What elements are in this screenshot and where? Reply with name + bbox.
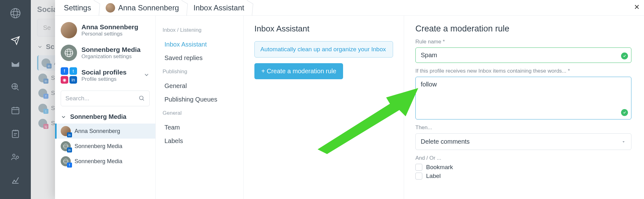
account-name: Social profiles bbox=[81, 69, 127, 76]
breadcrumb: Settings Anna Sonnenberg Inbox Assistant… bbox=[55, 0, 644, 16]
svg-point-6 bbox=[13, 154, 15, 157]
avatar: in bbox=[61, 141, 71, 151]
inbox-assistant-panel: Inbox Assistant Automatically clean up a… bbox=[244, 16, 404, 199]
andor-label: And / Or ... bbox=[415, 155, 631, 161]
then-label: Then... bbox=[415, 124, 631, 131]
profile-item[interactable]: in Sonnenberg Media bbox=[55, 139, 155, 154]
svg-point-15 bbox=[64, 160, 68, 162]
svg-point-1 bbox=[11, 11, 20, 15]
svg-point-2 bbox=[14, 8, 17, 18]
team-icon[interactable] bbox=[10, 152, 21, 162]
svg-point-10 bbox=[67, 49, 70, 57]
words-input[interactable] bbox=[416, 77, 631, 118]
org-logo-icon bbox=[61, 45, 77, 61]
profile-item[interactable]: in Anna Sonnenberg bbox=[55, 124, 155, 139]
nav-section-label: Publishing bbox=[163, 69, 236, 75]
profile-label: Sonnenberg Media bbox=[75, 143, 122, 150]
rule-name-input[interactable] bbox=[416, 48, 631, 63]
profile-label: Sonnenberg Media bbox=[75, 158, 122, 165]
svg-point-9 bbox=[65, 51, 73, 54]
crumb-section[interactable]: Inbox Assistant bbox=[190, 0, 253, 15]
info-banner[interactable]: Automatically clean up and organize your… bbox=[254, 41, 393, 58]
nav-team[interactable]: Team bbox=[163, 121, 236, 134]
social-profiles-row[interactable]: f t ◉ in Social profiles Profile setting… bbox=[55, 64, 155, 87]
words-field-wrap bbox=[415, 77, 631, 119]
close-icon[interactable]: ✕ bbox=[634, 3, 640, 11]
rule-name-field-wrap bbox=[415, 47, 631, 63]
avatar bbox=[61, 22, 77, 38]
profile-label: Anna Sonnenberg bbox=[75, 128, 120, 135]
account-name: Anna Sonnenberg bbox=[81, 23, 138, 31]
account-sub: Profile settings bbox=[81, 76, 127, 82]
bookmark-option[interactable]: Bookmark bbox=[415, 164, 631, 171]
svg-rect-4 bbox=[12, 108, 19, 114]
svg-point-11 bbox=[140, 96, 143, 100]
crumb-user[interactable]: Anna Sonnenberg bbox=[103, 0, 188, 15]
nav-saved-replies[interactable]: Saved replies bbox=[163, 51, 236, 65]
svg-point-0 bbox=[11, 8, 20, 18]
send-icon[interactable] bbox=[10, 35, 21, 46]
avatar: f bbox=[61, 156, 71, 166]
svg-point-8 bbox=[65, 49, 73, 57]
rule-name-label: Rule name * bbox=[415, 39, 631, 45]
left-rail bbox=[0, 0, 31, 199]
panel-title: Inbox Assistant bbox=[254, 24, 393, 34]
stats-icon[interactable] bbox=[10, 175, 21, 185]
label-option[interactable]: Label bbox=[415, 173, 631, 180]
svg-point-13 bbox=[64, 145, 68, 147]
caret-down-icon bbox=[621, 139, 626, 144]
inbox-icon[interactable] bbox=[10, 58, 21, 69]
svg-point-7 bbox=[16, 156, 19, 159]
nav-labels[interactable]: Labels bbox=[163, 134, 236, 148]
personal-settings-row[interactable]: Anna Sonnenberg Personal settings bbox=[55, 19, 155, 41]
linkedin-icon: in bbox=[67, 132, 72, 137]
account-name: Sonnenberg Media bbox=[81, 46, 141, 53]
settings-modal: Settings Anna Sonnenberg Inbox Assistant… bbox=[55, 0, 644, 199]
account-sub: Personal settings bbox=[81, 31, 138, 37]
tree-org-header[interactable]: Sonnenberg Media bbox=[55, 110, 155, 124]
social-badges-icon: f t ◉ in bbox=[61, 67, 77, 84]
crumb-settings[interactable]: Settings bbox=[61, 0, 100, 15]
account-sub: Organization settings bbox=[81, 53, 141, 60]
nav-inbox-assistant[interactable]: Inbox Assistant bbox=[163, 38, 236, 51]
checkbox[interactable] bbox=[415, 173, 422, 180]
account-column: Anna Sonnenberg Personal settings Sonnen… bbox=[55, 16, 156, 199]
chevron-down-icon bbox=[143, 72, 150, 79]
form-title: Create a moderation rule bbox=[415, 24, 631, 34]
nav-section-label: General bbox=[163, 110, 236, 116]
app-logo[interactable] bbox=[6, 4, 25, 23]
nav-general-publishing[interactable]: General bbox=[163, 79, 236, 93]
settings-nav: Inbox / Listening Inbox Assistant Saved … bbox=[156, 16, 244, 199]
search-icon bbox=[139, 95, 145, 102]
action-select[interactable]: Delete comments bbox=[415, 133, 631, 150]
chevron-down-icon bbox=[61, 114, 66, 120]
valid-check-icon bbox=[621, 53, 628, 59]
nav-section-label: Inbox / Listening bbox=[163, 27, 236, 33]
rule-form: Create a moderation rule Rule name * If … bbox=[404, 16, 644, 199]
org-settings-row[interactable]: Sonnenberg Media Organization settings bbox=[55, 41, 155, 64]
facebook-icon: f bbox=[67, 163, 72, 168]
valid-check-icon bbox=[621, 109, 628, 116]
nav-publishing-queues[interactable]: Publishing Queues bbox=[163, 93, 236, 106]
note-icon[interactable] bbox=[10, 128, 21, 139]
svg-rect-5 bbox=[12, 130, 19, 138]
linkedin-icon: in bbox=[67, 147, 72, 152]
globe-search-icon[interactable] bbox=[10, 82, 21, 92]
create-rule-button[interactable]: + Create a moderation rule bbox=[254, 63, 343, 79]
words-label: If this profile receives new Inbox items… bbox=[415, 68, 631, 74]
profile-search[interactable]: Search... bbox=[61, 91, 150, 106]
avatar bbox=[106, 3, 115, 13]
avatar: in bbox=[61, 126, 71, 136]
checkbox[interactable] bbox=[415, 164, 422, 171]
profile-item[interactable]: f Sonnenberg Media bbox=[55, 154, 155, 169]
calendar-icon[interactable] bbox=[10, 105, 21, 116]
